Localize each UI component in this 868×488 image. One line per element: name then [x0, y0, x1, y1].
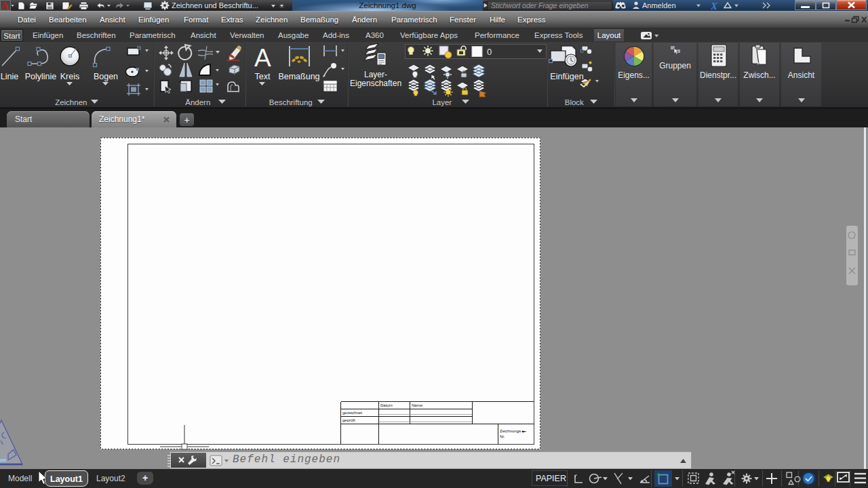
svg-text:Name: Name	[412, 403, 423, 407]
svg-text:A: A	[254, 44, 271, 72]
svg-text:A: A	[1, 0, 9, 11]
svg-text:Zeichnungs-: Zeichnungs-	[500, 429, 522, 433]
svg-text:Datum: Datum	[380, 403, 393, 407]
svg-text:0: 0	[487, 47, 492, 57]
svg-text:Zeichnen und Beschriftu...: Zeichnen und Beschriftu...	[172, 1, 258, 9]
svg-text:gezeichnet: gezeichnet	[342, 411, 362, 415]
svg-text:geprüft: geprüft	[342, 418, 355, 422]
svg-text:X: X	[710, 1, 718, 12]
svg-text:Nr.: Nr.	[500, 434, 505, 439]
svg-text:Anmelden: Anmelden	[642, 1, 676, 9]
